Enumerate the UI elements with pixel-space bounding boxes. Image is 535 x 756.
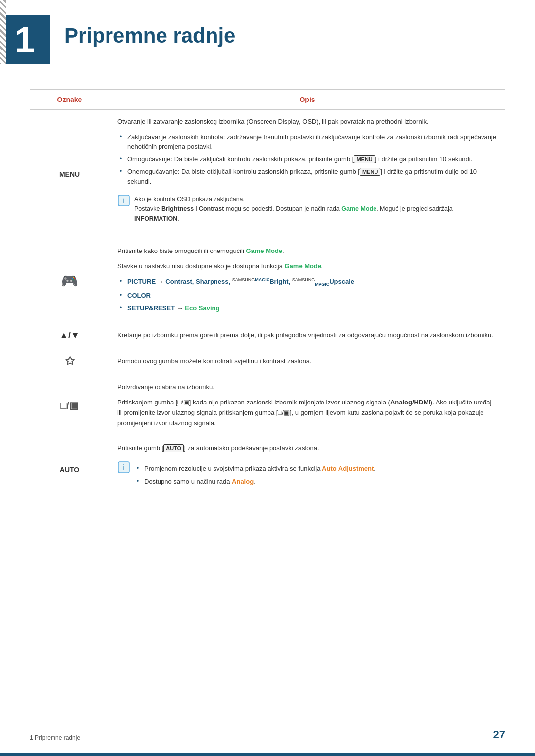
sun-icon: ✩: [65, 355, 74, 367]
desc-paragraph: Pritiskanjem gumba [□/▣] kada nije prika…: [117, 398, 497, 428]
page-footer: 27: [0, 728, 535, 741]
row-desc-sun: Pomoću ovog gumba možete kontrolirati sv…: [109, 348, 505, 375]
magic-sup: MAGIC: [255, 277, 269, 282]
list-item: Promjenom rezolucije u svojstvima prikaz…: [134, 464, 375, 474]
row-desc-arrows: Kretanje po izborniku prema gore ili pre…: [109, 323, 505, 348]
list-item: PICTURE → Contrast, Sharpness, SAMSUNGMA…: [117, 277, 497, 288]
content-area: Oznake Opis MENU Otvaranje ili zatvaranj…: [0, 89, 535, 534]
note-icon-auto: i: [117, 461, 130, 474]
note-icon: i: [117, 194, 130, 207]
desc-paragraph: Pomoću ovog gumba možete kontrolirati sv…: [117, 356, 497, 367]
color-label: COLOR: [127, 292, 151, 299]
col-header-oznake: Oznake: [30, 90, 109, 110]
table-row: ✩ Pomoću ovog gumba možete kontrolirati …: [30, 348, 505, 375]
samsung-sup2: SAMSUNG: [292, 277, 315, 282]
footer-bar: [0, 753, 535, 756]
stripe-decoration: [0, 0, 6, 64]
monitor-symbol: □/▣: [60, 400, 79, 411]
note-content: Ako je kontrola OSD prikaza zaključana, …: [134, 194, 497, 224]
row-desc-monitor: Potvrđivanje odabira na izborniku. Priti…: [109, 375, 505, 436]
table-row: 🎮 Pritisnite kako biste omogućili ili on…: [30, 239, 505, 323]
svg-text:i: i: [123, 197, 124, 204]
bullet-list-auto: Promjenom rezolucije u svojstvima prikaz…: [134, 464, 375, 486]
list-item: Dostupno samo u načinu rada Analog.: [134, 477, 375, 487]
list-item: Omogućavanje: Da biste zaključali kontro…: [117, 154, 497, 164]
row-label-auto: AUTO: [30, 436, 109, 504]
row-desc-auto: Pritisnite gumb [AUTO] za automatsko pod…: [109, 436, 505, 504]
gamepad-icon: 🎮: [61, 273, 78, 289]
table-row: ▲/▼ Kretanje po izborniku prema gore ili…: [30, 323, 505, 348]
main-table: Oznake Opis MENU Otvaranje ili zatvaranj…: [30, 89, 505, 504]
row-label-arrows: ▲/▼: [30, 323, 109, 348]
table-row: MENU Otvaranje ili zatvaranje zaslonskog…: [30, 110, 505, 239]
bullet-list: Zaključavanje zaslonskih kontrola: zadrž…: [117, 132, 497, 187]
arrows-symbol: ▲/▼: [59, 330, 80, 340]
list-item: SETUP&RESET → Eco Saving: [117, 303, 497, 313]
key-label: AUTO: [163, 444, 184, 452]
svg-text:i: i: [123, 463, 124, 471]
desc-paragraph: Stavke u nastavku nisu dostupne ako je d…: [117, 261, 497, 272]
row-desc-menu: Otvaranje ili zatvaranje zaslonskog izbo…: [109, 110, 505, 239]
desc-paragraph: Potvrđivanje odabira na izborniku.: [117, 382, 497, 393]
table-row: □/▣ Potvrđivanje odabira na izborniku. P…: [30, 375, 505, 436]
key-label: MENU: [354, 155, 374, 163]
note-content-auto: Promjenom rezolucije u svojstvima prikaz…: [134, 461, 375, 489]
row-label-menu: MENU: [30, 110, 109, 239]
desc-paragraph: Otvaranje ili zatvaranje zaslonskog izbo…: [117, 117, 497, 127]
desc-paragraph: Pritisnite gumb [AUTO] za automatsko pod…: [117, 443, 497, 454]
note-box-auto: i Promjenom rezolucije u svojstvima prik…: [117, 458, 497, 492]
key-label: MENU: [360, 168, 380, 176]
row-label-monitor: □/▣: [30, 375, 109, 436]
col-header-opis: Opis: [109, 90, 505, 110]
bullet-list: PICTURE → Contrast, Sharpness, SAMSUNGMA…: [117, 277, 497, 313]
chapter-title: Pripremne radnje: [50, 15, 235, 48]
note-box: i Ako je kontrola OSD prikaza zaključana…: [117, 191, 497, 227]
row-desc-gamepad: Pritisnite kako biste omogućili ili onem…: [109, 239, 505, 323]
table-row: AUTO Pritisnite gumb [AUTO] za automatsk…: [30, 436, 505, 504]
chapter-number: 1: [0, 15, 50, 64]
row-label-sun: ✩: [30, 348, 109, 375]
page-header: 1 Pripremne radnje: [0, 0, 535, 74]
list-item: Onemogućavanje: Da biste otključali kont…: [117, 167, 497, 186]
row-label-gamepad: 🎮: [30, 239, 109, 323]
list-item: Zaključavanje zaslonskih kontrola: zadrž…: [117, 132, 497, 151]
list-item-color: COLOR: [117, 291, 497, 301]
auto-label: AUTO: [60, 466, 79, 474]
desc-paragraph: Kretanje po izborniku prema gore ili pre…: [117, 330, 497, 341]
page-number: 27: [493, 728, 505, 741]
desc-paragraph: Pritisnite kako biste omogućili ili onem…: [117, 246, 497, 256]
